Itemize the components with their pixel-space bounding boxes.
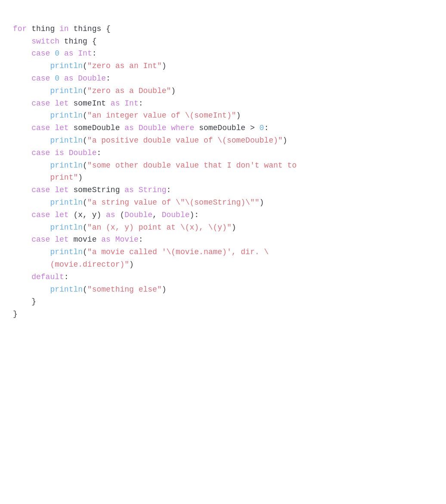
line-9: case let someDouble as Double where some… (13, 124, 269, 132)
line-21: default: (13, 273, 69, 281)
line-1: for thing in things { (13, 25, 111, 33)
line-2: switch thing { (13, 37, 96, 46)
line-16: case let (x, y) as (Double, Double): (13, 211, 199, 219)
line-23: } (13, 297, 36, 306)
line-18: case let movie as Movie: (13, 235, 143, 244)
line-13: print") (13, 173, 83, 182)
line-3: case 0 as Int: (13, 49, 97, 58)
line-8: println("an integer value of \(someInt)"… (13, 111, 241, 120)
line-20: (movie.director)") (13, 260, 134, 269)
line-15: println("a string value of \"\(someStrin… (13, 198, 264, 207)
code-block: for thing in things { switch thing { cas… (13, 10, 433, 320)
line-4: println("zero as an Int") (13, 62, 167, 70)
line-7: case let someInt as Int: (13, 99, 143, 108)
line-12: println("some other double value that I … (13, 161, 297, 170)
line-6: println("zero as a Double") (13, 87, 176, 95)
line-11: case is Double: (13, 149, 101, 157)
line-10: println("a positive double value of \(so… (13, 136, 287, 145)
line-14: case let someString as String: (13, 186, 171, 194)
line-22: println("something else") (13, 285, 167, 294)
line-17: println("an (x, y) point at \(x), \(y)") (13, 223, 236, 232)
line-5: case 0 as Double: (13, 74, 111, 83)
line-19: println("a movie called '\(movie.name)',… (13, 248, 269, 256)
line-24: } (13, 310, 18, 318)
